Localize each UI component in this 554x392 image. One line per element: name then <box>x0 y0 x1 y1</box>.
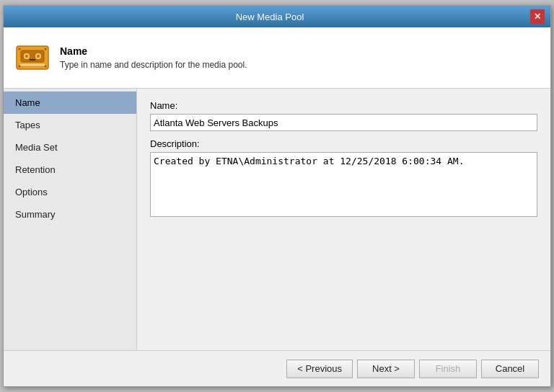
header-section: Name Type in name and description for th… <box>4 27 550 89</box>
next-button[interactable]: Next > <box>357 360 415 378</box>
svg-point-3 <box>25 55 28 58</box>
svg-point-8 <box>19 48 21 50</box>
svg-rect-6 <box>30 59 35 61</box>
header-icon <box>15 40 50 75</box>
name-input[interactable] <box>150 114 537 131</box>
svg-point-9 <box>45 48 47 50</box>
tape-icon <box>15 40 50 75</box>
description-textarea[interactable] <box>150 152 537 217</box>
sidebar-item-summary[interactable]: Summary <box>4 203 136 226</box>
sidebar: Name Tapes Media Set Retention Options S… <box>4 89 137 350</box>
header-subtitle: Type in name and description for the med… <box>60 60 247 70</box>
finish-button[interactable]: Finish <box>419 360 477 378</box>
description-label: Description: <box>150 138 537 149</box>
content-area: Name Tapes Media Set Retention Options S… <box>4 89 550 350</box>
close-button[interactable]: ✕ <box>530 9 545 24</box>
previous-button[interactable]: < Previous <box>286 360 353 378</box>
name-label: Name: <box>150 100 537 111</box>
header-title: Name <box>60 45 247 57</box>
svg-point-11 <box>45 66 47 68</box>
title-bar: New Media Pool ✕ <box>4 6 550 27</box>
sidebar-item-options[interactable]: Options <box>4 181 136 203</box>
footer: < Previous Next > Finish Cancel <box>4 350 550 386</box>
svg-point-5 <box>37 55 40 58</box>
sidebar-item-tapes[interactable]: Tapes <box>4 114 136 136</box>
sidebar-item-media-set[interactable]: Media Set <box>4 136 136 159</box>
sidebar-item-retention[interactable]: Retention <box>4 159 136 181</box>
dialog: New Media Pool ✕ <box>3 5 551 387</box>
dialog-title: New Media Pool <box>9 12 530 22</box>
sidebar-item-name[interactable]: Name <box>4 92 136 114</box>
svg-point-10 <box>19 66 21 68</box>
main-content: Name: Description: <box>137 89 550 350</box>
cancel-button[interactable]: Cancel <box>481 360 539 378</box>
svg-rect-7 <box>19 63 45 66</box>
header-text: Name Type in name and description for th… <box>60 45 247 70</box>
